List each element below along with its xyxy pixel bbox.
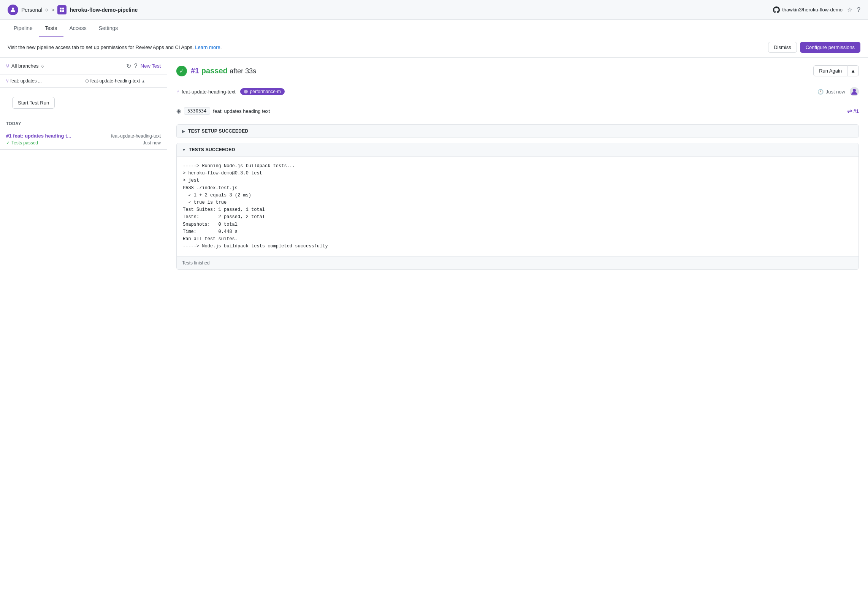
meta-time: 🕐 Just now	[817, 89, 845, 95]
test-status-text: Tests passed	[11, 140, 38, 146]
new-test-button[interactable]: New Test	[141, 63, 161, 69]
right-panel: ✓ #1 passed after 33s Run Again ▲ ⑂ fea	[167, 58, 868, 592]
tab-access[interactable]: Access	[63, 20, 93, 37]
result-header: ✓ #1 passed after 33s Run Again ▲	[176, 65, 859, 76]
result-number: #1	[191, 66, 199, 75]
tab-pipeline[interactable]: Pipeline	[8, 20, 39, 37]
tests-section-title: TESTS SUCCEEDED	[189, 147, 235, 152]
commit-select[interactable]: ⊙ feat-update-heading-text ▲	[85, 78, 161, 84]
test-log-footer: Tests finished	[177, 256, 858, 269]
test-time: Just now	[143, 140, 161, 146]
help-icon[interactable]: ?	[857, 6, 860, 13]
test-setup-header[interactable]: ▶ TEST SETUP SUCCEEDED	[177, 125, 858, 138]
branches-selector[interactable]: ⑂ All branches ◇	[6, 63, 44, 69]
commit-select-chevron: ▲	[141, 79, 145, 83]
pr-number: #1	[854, 108, 859, 114]
configure-permissions-button[interactable]: Configure permissions	[800, 42, 860, 53]
commit-left: ◉ 5330534 feat: updates heading text	[176, 107, 270, 115]
test-item-branch: feat-update-heading-text	[111, 133, 161, 139]
meta-user-dot	[244, 90, 248, 93]
run-again-button[interactable]: Run Again	[813, 65, 847, 76]
nav-tabs: Pipeline Tests Access Settings	[0, 20, 868, 37]
meta-avatar	[850, 87, 859, 96]
refresh-icon[interactable]: ↻	[126, 62, 131, 70]
tab-settings[interactable]: Settings	[93, 20, 124, 37]
github-repo-name: thawkin3/heroku-flow-demo	[782, 7, 843, 13]
header-right: thawkin3/heroku-flow-demo ☆ ?	[773, 6, 860, 13]
passed-icon: ✓	[176, 66, 187, 76]
test-item-title: #1 feat: updates heading t...	[6, 133, 71, 139]
result-title: ✓ #1 passed after 33s	[176, 66, 256, 76]
branches-chevron: ◇	[41, 64, 44, 68]
dismiss-button[interactable]: Dismiss	[768, 42, 797, 53]
branch-select[interactable]: ⑂ feat: updates ...	[6, 78, 82, 84]
svg-point-5	[853, 89, 856, 92]
branch-select-icon: ⑂	[6, 78, 9, 84]
meta-time-value: Just now	[826, 89, 845, 95]
pipeline-name: heroku-flow-demo-pipeline	[70, 7, 138, 13]
header-actions: ↻ ? New Test	[126, 62, 161, 70]
test-item-row1: #1 feat: updates heading t... feat-updat…	[6, 133, 161, 139]
setup-section-title: TEST SETUP SUCCEEDED	[188, 128, 248, 134]
star-icon[interactable]: ☆	[847, 6, 852, 13]
meta-left: ⑂ feat-update-heading-text performance-m	[176, 88, 285, 95]
run-again-dropdown-button[interactable]: ▲	[847, 65, 859, 76]
meta-user-badge: performance-m	[240, 88, 285, 95]
test-item-row2: ✓ Tests passed Just now	[6, 140, 161, 146]
left-panel: ⑂ All branches ◇ ↻ ? New Test ⑂ feat: up…	[0, 58, 167, 592]
learn-more-link[interactable]: Learn more	[195, 44, 220, 50]
breadcrumb: Personal ◇ > heroku-flow-demo-pipeline	[8, 5, 138, 15]
svg-rect-2	[62, 8, 64, 9]
svg-rect-3	[60, 10, 62, 12]
meta-right: 🕐 Just now	[817, 87, 859, 96]
check-circle-icon: ✓	[6, 140, 10, 146]
pr-icon: ⇌	[847, 108, 852, 115]
setup-chevron-icon: ▶	[182, 129, 185, 133]
commit-select-icon: ⊙	[85, 78, 89, 84]
meta-row: ⑂ feat-update-heading-text performance-m…	[176, 82, 859, 101]
svg-rect-1	[60, 8, 62, 9]
meta-branch-name: feat-update-heading-text	[182, 89, 236, 95]
github-link[interactable]: thawkin3/heroku-flow-demo	[773, 6, 843, 13]
tab-tests[interactable]: Tests	[39, 20, 63, 37]
test-item[interactable]: #1 feat: updates heading t... feat-updat…	[0, 129, 167, 150]
main-layout: ⑂ All branches ◇ ↻ ? New Test ⑂ feat: up…	[0, 58, 868, 592]
result-duration: after 33s	[230, 67, 256, 75]
meta-branch-icon: ⑂	[176, 89, 179, 95]
pipeline-icon	[57, 5, 67, 14]
breadcrumb-chevron: ◇	[45, 8, 48, 12]
permission-banner: Visit the new pipeline access tab to set…	[0, 37, 868, 58]
pull-request-link[interactable]: ⇌ #1	[847, 108, 859, 115]
result-title-text: #1 passed after 33s	[191, 66, 256, 75]
left-panel-header: ⑂ All branches ◇ ↻ ? New Test	[0, 58, 167, 74]
breadcrumb-separator: >	[51, 7, 54, 13]
selector-row: ⑂ feat: updates ... ⊙ feat-update-headin…	[0, 74, 167, 88]
test-log-output: -----> Running Node.js buildpack tests..…	[177, 157, 858, 256]
commit-sha-icon: ◉	[176, 108, 181, 114]
start-test-run-button[interactable]: Start Test Run	[12, 97, 55, 109]
account-avatar	[8, 5, 18, 15]
banner-text: Visit the new pipeline access tab to set…	[8, 44, 222, 50]
commit-message: feat: updates heading text	[213, 108, 270, 114]
commit-row: ◉ 5330534 feat: updates heading text ⇌ #…	[176, 104, 859, 118]
commit-sha: 5330534	[184, 107, 210, 115]
commit-select-value: feat-update-heading-text	[90, 78, 140, 84]
branches-label: All branches	[11, 63, 39, 69]
tests-succeeded-section: ▼ TESTS SUCCEEDED -----> Running Node.js…	[176, 143, 859, 270]
banner-actions: Dismiss Configure permissions	[768, 42, 860, 53]
svg-rect-4	[62, 10, 64, 12]
test-setup-section: ▶ TEST SETUP SUCCEEDED	[176, 124, 859, 138]
start-test-container: Start Test Run	[0, 88, 167, 118]
tests-succeeded-header[interactable]: ▼ TESTS SUCCEEDED	[177, 143, 858, 157]
today-label: TODAY	[0, 118, 167, 129]
branch-select-value: feat: updates ...	[10, 78, 42, 84]
run-again-group: Run Again ▲	[813, 65, 859, 76]
tests-chevron-icon: ▼	[182, 148, 186, 152]
meta-branch: ⑂ feat-update-heading-text	[176, 89, 236, 95]
meta-user-name: performance-m	[250, 89, 281, 94]
help-circle-icon[interactable]: ?	[134, 63, 138, 70]
svg-point-0	[12, 8, 14, 10]
result-status: passed	[201, 66, 228, 75]
account-name[interactable]: Personal	[21, 7, 42, 13]
branch-icon: ⑂	[6, 63, 9, 69]
